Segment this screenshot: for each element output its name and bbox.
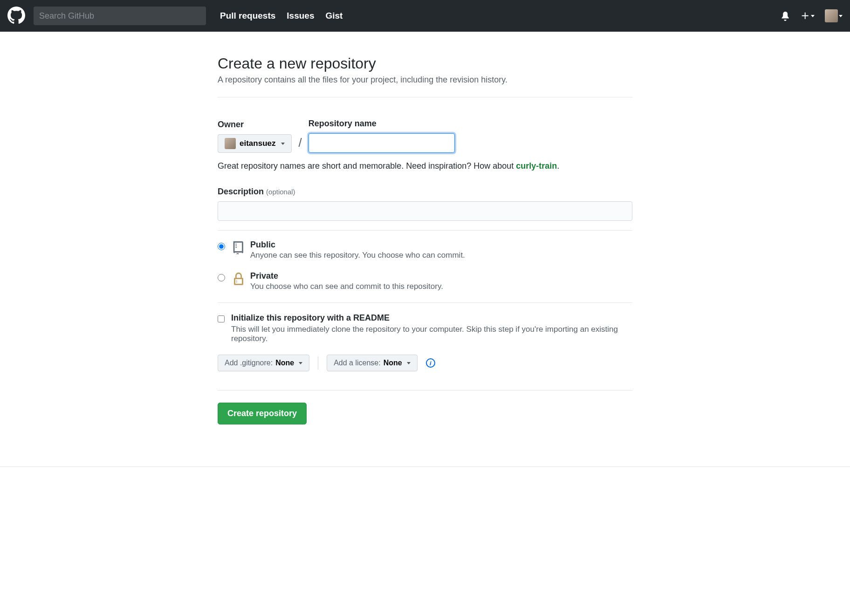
owner-field: Owner eitansuez	[218, 120, 292, 153]
dropdown-row: Add .gitignore: None Add a license: None…	[218, 355, 632, 371]
readme-title: Initialize this repository with a README	[231, 313, 618, 323]
repo-name-input[interactable]	[308, 133, 455, 153]
owner-repo-row: Owner eitansuez / Repository name	[218, 119, 632, 153]
lock-icon	[231, 271, 247, 287]
svg-rect-0	[236, 244, 237, 245]
info-icon[interactable]: i	[426, 358, 435, 368]
footer-divider	[0, 466, 850, 467]
nav-links: Pull requests Issues Gist	[220, 11, 343, 21]
svg-rect-2	[236, 247, 237, 248]
search-input[interactable]	[34, 7, 206, 25]
visibility-public-option[interactable]: Public Anyone can see this repository. Y…	[218, 240, 632, 260]
chevron-down-icon	[299, 362, 302, 364]
create-repository-button[interactable]: Create repository	[218, 403, 307, 424]
create-menu-button[interactable]	[801, 11, 815, 21]
public-radio[interactable]	[218, 243, 225, 250]
private-text: Private You choose who can see and commi…	[250, 271, 443, 291]
repo-name-field: Repository name	[308, 119, 455, 153]
nav-pull-requests[interactable]: Pull requests	[220, 11, 275, 21]
svg-rect-3	[236, 281, 237, 281]
license-label: Add a license:	[334, 359, 381, 367]
slash-separator: /	[296, 136, 303, 153]
readme-checkbox[interactable]	[218, 315, 225, 322]
owner-username: eitansuez	[240, 139, 275, 148]
readme-sub: This will let you immediately clone the …	[231, 325, 618, 343]
description-input[interactable]	[218, 201, 632, 221]
public-title: Public	[250, 240, 465, 250]
chevron-down-icon	[281, 143, 285, 145]
chevron-down-icon	[839, 15, 843, 17]
owner-select-button[interactable]: eitansuez	[218, 134, 292, 153]
page-title: Create a new repository	[218, 55, 632, 72]
plus-icon	[801, 11, 810, 21]
readme-row: Initialize this repository with a README…	[218, 313, 632, 343]
description-field: Description (optional)	[218, 187, 632, 221]
vertical-separator	[318, 356, 318, 370]
svg-rect-4	[236, 282, 237, 283]
private-title: Private	[250, 271, 443, 281]
chevron-down-icon	[407, 362, 411, 364]
gitignore-select-button[interactable]: Add .gitignore: None	[218, 355, 309, 371]
gitignore-label: Add .gitignore:	[225, 359, 273, 367]
private-radio[interactable]	[218, 274, 225, 281]
nav-issues[interactable]: Issues	[287, 11, 314, 21]
avatar	[225, 138, 236, 149]
github-logo[interactable]	[7, 7, 25, 26]
public-text: Public Anyone can see this repository. Y…	[250, 240, 465, 260]
notifications-button[interactable]	[780, 11, 790, 21]
chevron-down-icon	[811, 15, 815, 17]
nav-gist[interactable]: Gist	[325, 11, 343, 21]
optional-text: (optional)	[266, 188, 295, 196]
page-subtitle: A repository contains all the files for …	[218, 75, 632, 85]
license-value: None	[384, 359, 402, 367]
hint-text-suffix: .	[557, 161, 559, 171]
private-sub: You choose who can see and commit to thi…	[250, 282, 443, 291]
license-select-button[interactable]: Add a license: None	[327, 355, 418, 371]
github-mark-icon	[7, 7, 25, 24]
svg-rect-1	[236, 245, 237, 246]
owner-label: Owner	[218, 120, 292, 130]
divider	[218, 97, 632, 97]
description-label: Description	[218, 187, 264, 196]
search-wrap	[34, 7, 206, 25]
repo-name-label: Repository name	[308, 119, 455, 129]
global-header: Pull requests Issues Gist	[0, 0, 850, 32]
user-menu-button[interactable]	[825, 9, 843, 22]
initialize-section: Initialize this repository with a README…	[218, 302, 632, 371]
name-suggestion-link[interactable]: curly-train	[516, 161, 557, 171]
hint-text-prefix: Great repository names are short and mem…	[218, 161, 516, 171]
bell-icon	[780, 11, 790, 21]
visibility-section: Public Anyone can see this repository. Y…	[218, 230, 632, 291]
header-right	[780, 9, 843, 22]
repo-icon	[231, 240, 247, 256]
submit-row: Create repository	[218, 390, 632, 424]
public-sub: Anyone can see this repository. You choo…	[250, 251, 465, 260]
main-content: Create a new repository A repository con…	[218, 32, 632, 443]
gitignore-value: None	[275, 359, 294, 367]
visibility-private-option[interactable]: Private You choose who can see and commi…	[218, 271, 632, 291]
avatar	[825, 9, 838, 22]
name-hint: Great repository names are short and mem…	[218, 161, 632, 171]
